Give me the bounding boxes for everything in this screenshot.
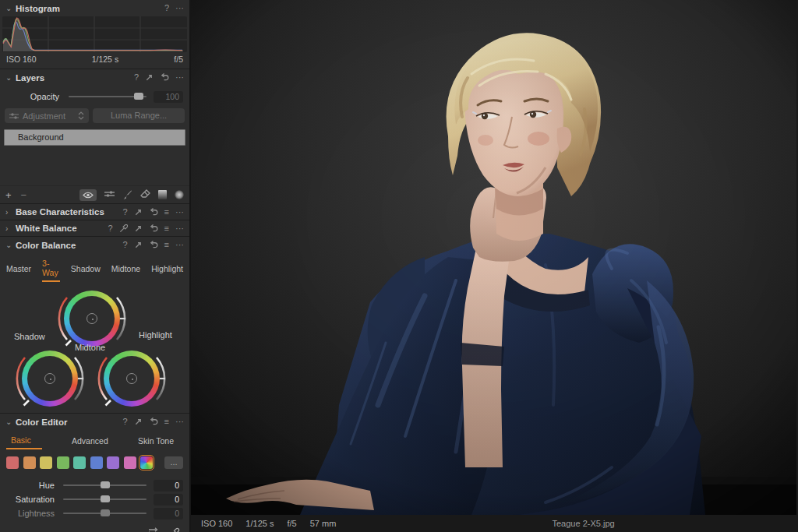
mask-options-icon[interactable]: [104, 190, 115, 199]
presets-menu-icon[interactable]: ≡: [164, 224, 169, 233]
add-layer-button[interactable]: +: [5, 189, 12, 201]
presets-menu-icon[interactable]: ≡: [164, 417, 169, 426]
brush-icon[interactable]: [122, 189, 132, 201]
swatch-magenta[interactable]: [124, 456, 136, 469]
tab-highlight[interactable]: Highlight: [151, 262, 183, 277]
reset-icon[interactable]: [149, 208, 158, 217]
pick-color-eyedropper-icon[interactable]: [169, 527, 180, 532]
swatch-purple[interactable]: [107, 456, 119, 469]
swatch-more-button[interactable]: ...: [164, 456, 183, 469]
linear-gradient-mask-icon[interactable]: [158, 190, 167, 199]
hue-slider-handle[interactable]: [101, 481, 110, 488]
help-icon[interactable]: ?: [134, 73, 139, 82]
swatch-teal[interactable]: [73, 456, 86, 469]
color-range-swatches: ...: [0, 449, 189, 472]
more-icon[interactable]: ···: [175, 4, 184, 12]
hue-slider[interactable]: [63, 484, 147, 486]
swatch-all-colors[interactable]: [140, 456, 153, 469]
luma-range-button[interactable]: Luma Range...: [93, 108, 185, 123]
help-icon[interactable]: ?: [164, 4, 169, 12]
chevron-down-icon[interactable]: ⌄: [5, 73, 14, 82]
panel-title: Histogram: [16, 4, 60, 13]
more-icon[interactable]: ···: [175, 241, 184, 249]
chevron-down-icon[interactable]: ⌄: [5, 4, 14, 12]
opacity-value[interactable]: 100: [154, 91, 183, 103]
color-wheels-area: Shadow Midtone Highlight: [0, 282, 189, 413]
help-icon[interactable]: ?: [122, 241, 127, 249]
highlight-color-wheel[interactable]: [91, 345, 172, 412]
radial-gradient-mask-icon[interactable]: [175, 190, 184, 199]
more-icon[interactable]: ···: [175, 208, 184, 217]
copy-adjustments-icon[interactable]: [134, 417, 143, 426]
swatch-yellow[interactable]: [40, 456, 52, 469]
swatch-orange[interactable]: [23, 456, 36, 469]
swap-ranges-icon[interactable]: [147, 527, 158, 532]
color-balance-panel: ⌄ Color Balance ? ≡ ··· Master 3-Way Sha…: [0, 237, 189, 414]
layers-panel: ⌄ Layers ? ··· Opacity 100: [0, 69, 189, 204]
swatch-red[interactable]: [6, 456, 19, 469]
help-icon[interactable]: ?: [122, 417, 127, 426]
histogram-header[interactable]: ⌄ Histogram ? ···: [0, 0, 189, 16]
copy-adjustments-icon[interactable]: [134, 241, 143, 249]
background-layer-item[interactable]: Background: [4, 129, 185, 146]
chevron-down-icon[interactable]: ⌄: [5, 241, 14, 249]
more-icon[interactable]: ···: [175, 73, 184, 82]
opacity-slider-handle[interactable]: [134, 93, 143, 100]
saturation-value[interactable]: 0: [154, 494, 183, 506]
lightness-slider[interactable]: [63, 513, 147, 514]
midtone-wheel-label: Midtone: [75, 343, 105, 352]
lightness-slider-handle[interactable]: [101, 509, 110, 516]
swatch-blue[interactable]: [90, 456, 103, 469]
more-icon[interactable]: ···: [175, 417, 184, 426]
remove-layer-button[interactable]: −: [21, 189, 27, 201]
copy-adjustments-icon[interactable]: [145, 73, 154, 82]
hue-value[interactable]: 0: [154, 480, 183, 491]
tab-shadow[interactable]: Shadow: [71, 262, 101, 277]
base-characteristics-header[interactable]: › Base Characteristics ? ≡ ···: [0, 204, 189, 220]
help-icon[interactable]: ?: [108, 224, 112, 233]
swatch-green[interactable]: [57, 456, 69, 469]
chevron-right-icon[interactable]: ›: [5, 208, 14, 217]
adjustment-dropdown[interactable]: Adjustment: [5, 108, 89, 123]
color-editor-panel: ⌄ Color Editor ? ≡ ··· Basic Advanced Sk…: [0, 414, 189, 532]
visibility-toggle-button[interactable]: [79, 189, 97, 201]
tab-midtone[interactable]: Midtone: [111, 262, 140, 277]
chevron-down-icon[interactable]: ⌄: [5, 417, 14, 426]
photo-canvas[interactable]: [191, 0, 796, 515]
color-editor-header[interactable]: ⌄ Color Editor ? ≡ ···: [0, 414, 189, 430]
opacity-slider[interactable]: [69, 96, 147, 97]
presets-menu-icon[interactable]: ≡: [164, 241, 169, 249]
reset-icon[interactable]: [160, 73, 169, 82]
tab-3-way[interactable]: 3-Way: [42, 257, 60, 282]
wheel-crosshair[interactable]: [87, 313, 97, 324]
eyedropper-icon[interactable]: [119, 224, 128, 233]
color-balance-header[interactable]: ⌄ Color Balance ? ≡ ···: [0, 237, 189, 253]
reset-icon[interactable]: [149, 417, 158, 426]
saturation-slider-handle[interactable]: [101, 495, 110, 502]
more-icon[interactable]: ···: [175, 224, 184, 233]
wheel-crosshair[interactable]: [126, 373, 137, 384]
status-filename: Teague 2-X5.jpg: [553, 519, 615, 528]
copy-adjustments-icon[interactable]: [134, 208, 143, 217]
tab-advanced[interactable]: Advanced: [72, 435, 108, 449]
tab-skin-tone[interactable]: Skin Tone: [138, 435, 174, 449]
eraser-icon[interactable]: [140, 189, 150, 200]
help-icon[interactable]: ?: [122, 208, 127, 217]
tab-basic[interactable]: Basic: [6, 434, 42, 449]
layers-header[interactable]: ⌄ Layers ? ···: [0, 69, 189, 86]
status-shutter: 1/125 s: [245, 519, 274, 528]
white-balance-header[interactable]: › White Balance ? ≡ ···: [0, 220, 189, 236]
saturation-slider[interactable]: [63, 499, 147, 500]
tools-sidebar: ⌄ Histogram ? ···: [0, 0, 191, 532]
reset-icon[interactable]: [149, 241, 158, 249]
reset-icon[interactable]: [149, 224, 158, 233]
copy-adjustments-icon[interactable]: [134, 224, 143, 233]
shadow-color-wheel[interactable]: [9, 345, 90, 412]
wheel-crosshair[interactable]: [44, 373, 55, 384]
hue-slider-label: Hue: [6, 481, 55, 490]
presets-menu-icon[interactable]: ≡: [164, 208, 169, 217]
lightness-value[interactable]: 0: [154, 508, 183, 520]
histogram-graph: [2, 16, 187, 52]
chevron-right-icon[interactable]: ›: [5, 224, 14, 233]
tab-master[interactable]: Master: [6, 262, 31, 277]
